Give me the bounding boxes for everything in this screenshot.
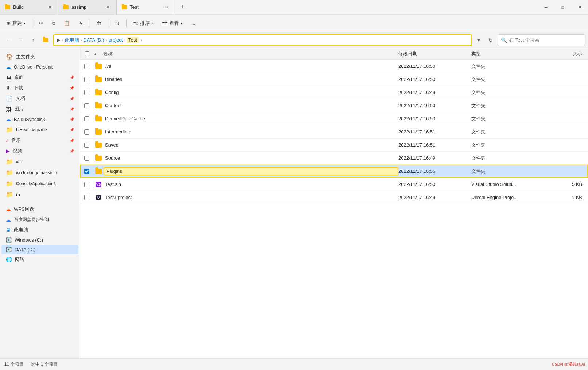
file-name[interactable]: Source xyxy=(104,155,398,161)
file-name[interactable]: DerivedDataCache xyxy=(104,116,398,121)
close-button[interactable]: ✕ xyxy=(571,0,588,15)
row-checkbox[interactable] xyxy=(80,77,93,82)
sidebar-item-wps[interactable]: ☁ WPS网盘 xyxy=(1,204,78,214)
table-row[interactable]: Intermediate 2022/11/17 16:51 文件夹 xyxy=(80,125,588,139)
col-name-header[interactable]: 名称 xyxy=(100,51,398,57)
sidebar-item-desktop[interactable]: 🖥 桌面 📌 xyxy=(1,72,78,82)
table-row[interactable]: DerivedDataCache 2022/11/17 16:50 文件夹 xyxy=(80,112,588,125)
move-up-button[interactable]: ↑↕ xyxy=(111,19,123,28)
copy-button[interactable]: ⧉ xyxy=(48,19,59,28)
table-row[interactable]: Config 2022/11/17 16:49 文件夹 xyxy=(80,86,588,99)
tab-build[interactable]: Build ✕ xyxy=(0,0,58,14)
row-checkbox[interactable] xyxy=(80,90,93,95)
view-button[interactable]: ≡≡ 查看 ▾ xyxy=(158,18,186,28)
row-checkbox[interactable] xyxy=(80,143,93,148)
sidebar-item-music[interactable]: ♪ 音乐 📌 xyxy=(1,135,78,145)
table-row[interactable]: VS Test.sln 2022/11/17 16:50 Visual Stud… xyxy=(80,178,588,191)
address-dropdown-button[interactable]: ▾ xyxy=(473,35,484,46)
file-name[interactable]: Test.sln xyxy=(104,182,398,187)
file-checkbox[interactable] xyxy=(84,103,89,108)
sort-button[interactable]: ≡↕ 排序 ▾ xyxy=(129,18,157,28)
sidebar-item-docs[interactable]: 📄 文档 📌 xyxy=(1,93,78,104)
back-button[interactable]: ← xyxy=(3,35,14,46)
minimize-button[interactable]: ─ xyxy=(538,0,554,15)
row-checkbox[interactable] xyxy=(80,103,93,108)
maximize-button[interactable]: □ xyxy=(554,0,571,15)
tab-add-button[interactable]: + xyxy=(175,0,190,14)
row-checkbox[interactable] xyxy=(80,64,93,69)
sidebar-item-wode[interactable]: 📁 wodexiangmuassimp xyxy=(1,167,78,178)
sidebar-item-this-pc[interactable]: 🖥 此电脑 xyxy=(1,225,78,235)
breadcrumb[interactable]: ▶ › 此电脑 › DATA (D:) › project › Test › xyxy=(53,34,472,46)
row-checkbox[interactable] xyxy=(80,182,93,187)
sidebar-item-ue-workspace[interactable]: 📁 UE-workspace 📌 xyxy=(1,124,78,135)
file-checkbox[interactable] xyxy=(84,116,89,121)
up-button[interactable]: ↑ xyxy=(28,35,39,46)
sidebar-item-console[interactable]: 📁 ConsoleApplication1 xyxy=(1,178,78,189)
file-name[interactable]: Intermediate xyxy=(104,129,398,135)
sidebar-item-home[interactable]: 🏠 主文件夹 xyxy=(1,51,78,62)
table-row[interactable]: .vs 2022/11/17 16:50 文件夹 xyxy=(80,60,588,73)
rename-button[interactable]: Ａ xyxy=(75,18,87,28)
sidebar-item-wo[interactable]: 📁 wo xyxy=(1,156,78,167)
file-name[interactable]: .vs xyxy=(104,63,398,69)
sidebar-item-baidu[interactable]: ☁ BaiduSyncdisk 📌 xyxy=(1,114,78,124)
file-name[interactable]: Binaries xyxy=(104,77,398,82)
file-checkbox[interactable] xyxy=(84,77,89,82)
tab-build-close[interactable]: ✕ xyxy=(46,4,53,11)
breadcrumb-data-d[interactable]: DATA (D:) xyxy=(83,37,104,43)
sidebar-item-baidu-drive[interactable]: ☁ 百度网盘同步空间 xyxy=(1,215,78,225)
file-name[interactable]: Test.uproject xyxy=(104,195,398,200)
new-button[interactable]: ⊕ 新建 ▾ xyxy=(3,18,29,28)
file-checkbox[interactable] xyxy=(84,169,89,174)
file-checkbox[interactable] xyxy=(84,90,89,95)
row-checkbox[interactable] xyxy=(80,169,93,174)
refresh-button[interactable]: ↻ xyxy=(485,35,496,46)
file-checkbox[interactable] xyxy=(84,156,89,161)
row-checkbox[interactable] xyxy=(80,129,93,135)
file-checkbox[interactable] xyxy=(84,195,89,200)
row-checkbox[interactable] xyxy=(80,156,93,161)
tab-assimp-close[interactable]: ✕ xyxy=(105,4,111,11)
header-checkbox[interactable] xyxy=(85,51,89,56)
sidebar-item-windows-c[interactable]: 💽 Windows (C:) xyxy=(1,235,78,245)
file-checkbox[interactable] xyxy=(84,64,89,69)
search-input[interactable] xyxy=(509,37,582,43)
sidebar-item-video[interactable]: ▶ 视频 📌 xyxy=(1,146,78,156)
file-checkbox[interactable] xyxy=(84,143,89,148)
forward-button[interactable]: → xyxy=(15,35,26,46)
sidebar-item-onedrive[interactable]: ☁ OneDrive - Personal xyxy=(1,62,78,72)
breadcrumb-this-pc-label[interactable]: 此电脑 xyxy=(65,37,79,43)
row-checkbox[interactable] xyxy=(80,195,93,200)
sidebar-item-pictures[interactable]: 🖼 图片 📌 xyxy=(1,104,78,114)
table-row[interactable]: Content 2022/11/17 16:50 文件夹 xyxy=(80,99,588,112)
tab-assimp[interactable]: assimp ✕ xyxy=(58,0,117,14)
row-checkbox[interactable] xyxy=(80,116,93,121)
tab-test-close[interactable]: ✕ xyxy=(163,4,170,11)
sidebar-item-download[interactable]: ⬇ 下载 📌 xyxy=(1,83,78,93)
file-name[interactable]: Saved xyxy=(104,142,398,148)
file-checkbox[interactable] xyxy=(84,182,89,187)
delete-button[interactable]: 🗑 xyxy=(93,19,105,28)
file-name[interactable]: Content xyxy=(104,103,398,108)
more-button[interactable]: ... xyxy=(187,19,199,28)
breadcrumb-project[interactable]: project xyxy=(108,37,123,43)
col-date-header[interactable]: 修改日期 xyxy=(398,51,471,57)
breadcrumb-this-pc[interactable]: ▶ xyxy=(57,37,61,43)
file-name[interactable]: Plugins xyxy=(104,167,398,175)
table-row[interactable]: U Test.uproject 2022/11/17 16:49 Unreal … xyxy=(80,191,588,204)
table-row[interactable]: Plugins 2022/11/17 16:56 文件夹 xyxy=(80,165,588,178)
table-row[interactable]: Binaries 2022/11/17 16:50 文件夹 xyxy=(80,73,588,86)
file-checkbox[interactable] xyxy=(84,129,89,135)
paste-button[interactable]: 📋 xyxy=(60,19,73,28)
table-row[interactable]: Source 2022/11/17 16:49 文件夹 xyxy=(80,152,588,165)
cut-button[interactable]: ✂ xyxy=(35,19,47,28)
sidebar-item-network[interactable]: 🌐 网络 xyxy=(1,254,78,265)
col-type-header[interactable]: 类型 xyxy=(471,51,552,57)
table-row[interactable]: Saved 2022/11/17 16:51 文件夹 xyxy=(80,139,588,152)
search-box[interactable]: 🔍 xyxy=(498,34,585,46)
sidebar-item-data-d[interactable]: 💽 DATA (D:) xyxy=(1,245,78,254)
select-all-checkbox[interactable] xyxy=(80,51,93,56)
col-size-header[interactable]: 大小 xyxy=(552,51,588,57)
sidebar-item-m[interactable]: 📁 m xyxy=(1,189,78,200)
